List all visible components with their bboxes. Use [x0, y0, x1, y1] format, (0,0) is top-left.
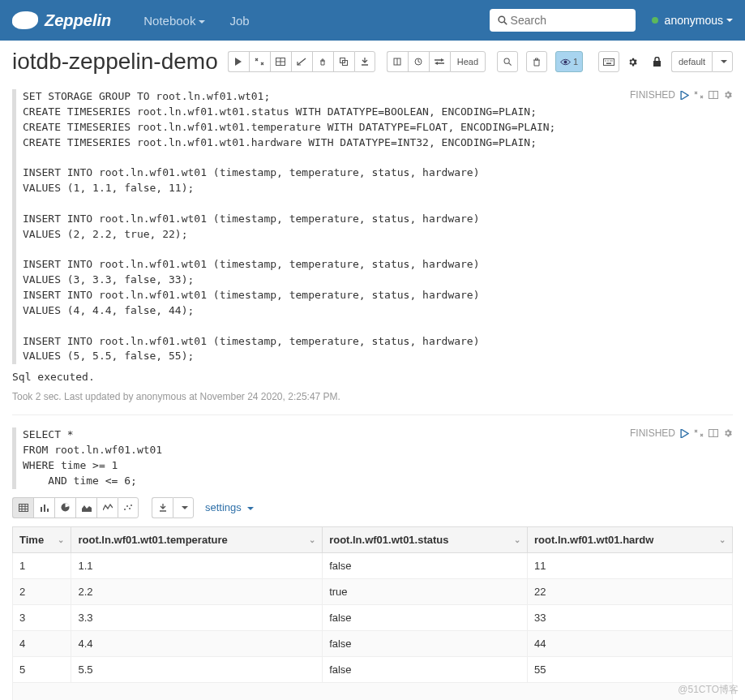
table-header[interactable]: Time⌄ [13, 526, 71, 552]
code-editor[interactable]: SET STORAGE GROUP TO root.ln.wf01.wt01; … [12, 89, 733, 364]
show-code-button[interactable] [270, 51, 291, 72]
commit-button[interactable] [387, 51, 408, 72]
table-cell: 55 [528, 656, 733, 682]
svg-point-18 [607, 60, 608, 61]
svg-rect-35 [44, 505, 45, 512]
table-cell: 22 [528, 578, 733, 604]
brand-logo[interactable]: Zeppelin [12, 11, 111, 30]
sort-caret-icon: ⌄ [58, 535, 64, 544]
svg-point-0 [499, 16, 505, 23]
search-box[interactable] [490, 9, 636, 32]
revision-button[interactable] [408, 51, 429, 72]
table-cell: true [323, 578, 528, 604]
toggle-output-icon[interactable] [709, 91, 718, 99]
paragraph-status: FINISHED [630, 89, 675, 101]
toggle-output-icon[interactable] [709, 429, 718, 437]
user-status-icon [652, 17, 658, 24]
viz-type-group [12, 497, 139, 518]
table-cell: 1.1 [71, 552, 323, 578]
watermark: @51CTO博客 [678, 683, 739, 697]
svg-point-42 [131, 505, 132, 506]
export-note-button[interactable] [354, 51, 375, 72]
viz-line-button[interactable] [96, 497, 118, 518]
divider [12, 414, 733, 415]
head-label: Head [457, 57, 478, 67]
svg-rect-22 [653, 61, 661, 67]
svg-marker-26 [681, 429, 688, 438]
table-cell: false [323, 630, 528, 656]
settings-button[interactable] [623, 51, 644, 72]
code-block-a: SET STORAGE GROUP TO root.ln.wf01.wt01; … [23, 90, 555, 286]
table-cell: 3.3 [71, 604, 323, 630]
clone-note-button[interactable] [333, 51, 354, 72]
table-cell: false [323, 604, 528, 630]
table-header[interactable]: root.ln.wf01.wt01.temperature⌄ [71, 526, 323, 552]
viz-table-button[interactable] [12, 497, 33, 518]
search-icon [498, 15, 507, 25]
note-header: iotdb-zeppelin-demo Head 1 default [0, 41, 745, 83]
svg-marker-11 [441, 58, 444, 62]
default-label: default [679, 57, 705, 67]
trash-button[interactable] [526, 51, 547, 72]
svg-rect-36 [47, 509, 49, 512]
viewers-button[interactable]: 1 [555, 51, 583, 72]
svg-point-15 [564, 60, 567, 63]
table-cell: 11 [528, 552, 733, 578]
paragraph-settings-icon[interactable] [723, 90, 733, 100]
brand-text: Zeppelin [45, 11, 111, 30]
keyboard-button[interactable] [598, 51, 619, 72]
collapse-paragraph-icon[interactable] [694, 429, 704, 437]
head-button[interactable]: Head [450, 51, 486, 72]
viz-pie-button[interactable] [54, 497, 75, 518]
paragraph-settings-icon[interactable] [723, 428, 733, 438]
caret-down-icon [726, 19, 733, 22]
user-name: anonymous [665, 14, 723, 27]
paragraph-controls: FINISHED [630, 427, 733, 439]
run-paragraph-icon[interactable] [680, 91, 689, 100]
result-text: Sql executed. [12, 371, 733, 383]
run-all-button[interactable] [228, 51, 249, 72]
viz-bar-button[interactable] [33, 497, 54, 518]
compare-button[interactable] [429, 51, 450, 72]
run-paragraph-icon[interactable] [680, 429, 689, 438]
search-input[interactable] [511, 14, 627, 27]
caret-down-icon [247, 507, 254, 510]
viewers-count: 1 [573, 57, 578, 67]
show-output-button[interactable] [291, 51, 312, 72]
interpreter-binding[interactable]: default [671, 51, 733, 72]
nav-job[interactable]: Job [229, 14, 249, 28]
lock-button[interactable] [647, 51, 668, 72]
svg-line-14 [508, 62, 511, 65]
svg-line-1 [503, 22, 506, 24]
nav-notebook[interactable]: Notebook [143, 14, 205, 28]
collapse-paragraph-icon[interactable] [694, 91, 704, 99]
settings-label: settings [205, 501, 242, 513]
download-menu-button[interactable] [173, 497, 194, 518]
clear-output-button[interactable] [312, 51, 333, 72]
table-header[interactable]: root.ln.wf01.wt01.status⌄ [323, 526, 528, 552]
viz-scatter-button[interactable] [118, 497, 139, 518]
viz-settings-link[interactable]: settings [205, 501, 254, 513]
note-title[interactable]: iotdb-zeppelin-demo [12, 49, 218, 75]
code-editor[interactable]: SELECT * FROM root.ln.wf01.wt01 WHERE ti… [12, 427, 733, 488]
svg-marker-38 [82, 505, 92, 512]
user-menu[interactable]: anonymous [652, 14, 733, 27]
table-row: 22.2true22 [13, 578, 733, 604]
viz-area-button[interactable] [75, 497, 96, 518]
table-cell: 1 [13, 552, 71, 578]
code-block-b: INSERT INTO root.ln.wf01.wt01 (timestamp… [23, 289, 480, 362]
table-cell [13, 682, 733, 700]
svg-point-39 [124, 509, 126, 510]
collapse-button[interactable] [249, 51, 270, 72]
table-cell: 3 [13, 604, 71, 630]
table-cell: 33 [528, 604, 733, 630]
svg-point-20 [611, 60, 612, 61]
table-header[interactable]: root.ln.wf01.wt01.hardw⌄ [528, 526, 733, 552]
svg-point-17 [605, 60, 606, 61]
svg-marker-2 [235, 58, 242, 66]
run-controls [228, 51, 375, 72]
svg-point-41 [129, 508, 131, 509]
download-button[interactable] [152, 497, 173, 518]
results-table: Time⌄root.ln.wf01.wt01.temperature⌄root.… [12, 526, 733, 700]
find-button[interactable] [497, 51, 518, 72]
